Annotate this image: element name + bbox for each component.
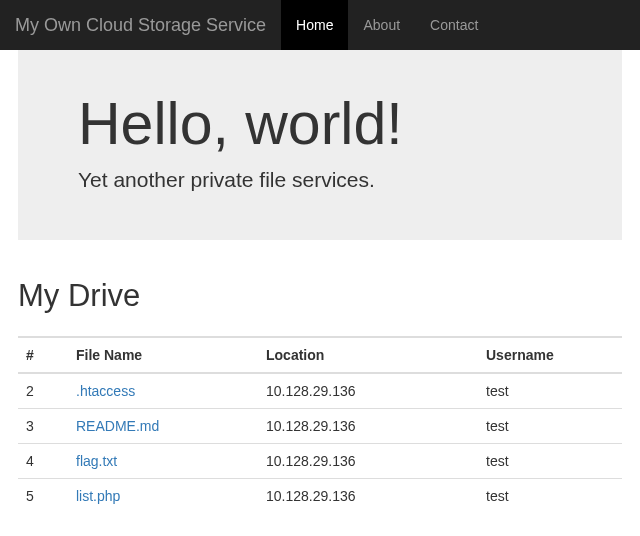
file-link[interactable]: README.md xyxy=(76,418,159,434)
cell-location: 10.128.29.136 xyxy=(258,479,478,514)
file-link[interactable]: list.php xyxy=(76,488,120,504)
cell-username: test xyxy=(478,479,622,514)
table-row: 3 README.md 10.128.29.136 test xyxy=(18,409,622,444)
file-link[interactable]: .htaccess xyxy=(76,383,135,399)
nav-item-home[interactable]: Home xyxy=(281,0,348,50)
drive-heading: My Drive xyxy=(18,278,622,314)
navbar-brand[interactable]: My Own Cloud Storage Service xyxy=(0,0,281,50)
main-content: My Drive # File Name Location Username 2… xyxy=(0,278,640,513)
cell-index: 5 xyxy=(18,479,68,514)
nav-item-about[interactable]: About xyxy=(348,0,415,50)
col-header-filename: File Name xyxy=(68,337,258,373)
cell-username: test xyxy=(478,409,622,444)
cell-location: 10.128.29.136 xyxy=(258,409,478,444)
col-header-username: Username xyxy=(478,337,622,373)
col-header-location: Location xyxy=(258,337,478,373)
cell-location: 10.128.29.136 xyxy=(258,444,478,479)
hero-title: Hello, world! xyxy=(78,90,562,158)
cell-username: test xyxy=(478,444,622,479)
nav-item-contact[interactable]: Contact xyxy=(415,0,493,50)
cell-index: 3 xyxy=(18,409,68,444)
col-header-index: # xyxy=(18,337,68,373)
table-row: 5 list.php 10.128.29.136 test xyxy=(18,479,622,514)
cell-index: 2 xyxy=(18,373,68,409)
table-row: 2 .htaccess 10.128.29.136 test xyxy=(18,373,622,409)
file-link[interactable]: flag.txt xyxy=(76,453,117,469)
navbar: My Own Cloud Storage Service Home About … xyxy=(0,0,640,50)
cell-index: 4 xyxy=(18,444,68,479)
hero-banner: Hello, world! Yet another private file s… xyxy=(18,50,622,240)
cell-username: test xyxy=(478,373,622,409)
file-table: # File Name Location Username 2 .htacces… xyxy=(18,336,622,513)
cell-location: 10.128.29.136 xyxy=(258,373,478,409)
hero-subtitle: Yet another private file services. xyxy=(78,168,562,192)
table-row: 4 flag.txt 10.128.29.136 test xyxy=(18,444,622,479)
